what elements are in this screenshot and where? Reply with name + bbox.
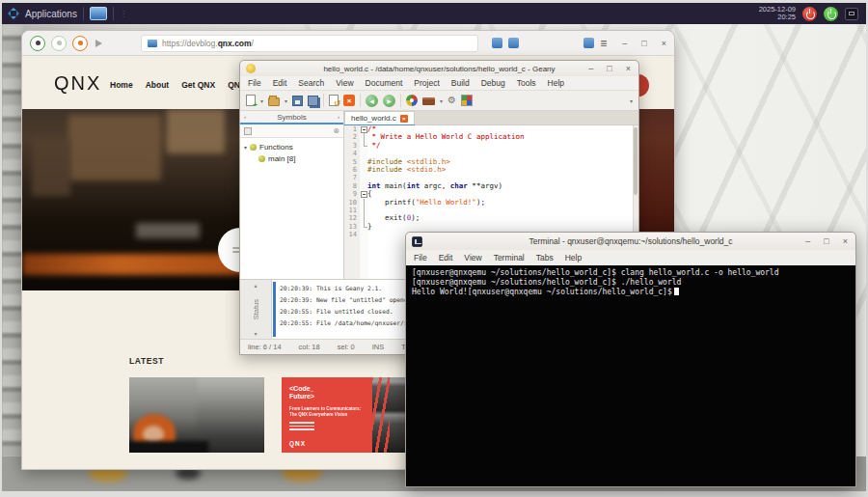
terminal-maximize-button[interactable]: □ (824, 236, 828, 246)
geany-menu-item[interactable]: Project (414, 78, 439, 88)
terminal-menu-item[interactable]: Help (565, 253, 582, 262)
save-icon[interactable] (292, 96, 303, 106)
panel-separator (83, 7, 84, 20)
geany-menu-item[interactable]: Search (298, 78, 324, 88)
address-bar[interactable]: https://devblog.qnx.com/ (141, 35, 478, 52)
geany-menu-item[interactable]: Tools (517, 78, 536, 88)
tab-hello-world-c[interactable]: hello_world.c × (344, 111, 415, 124)
close-file-icon[interactable]: × (343, 95, 355, 106)
revert-icon[interactable] (329, 95, 339, 106)
bookmark-icon[interactable] (492, 38, 502, 48)
new-file-icon[interactable] (246, 95, 256, 106)
nav-link[interactable]: About (146, 80, 170, 90)
geany-toolbar: ▾ ▾ × ◀ ▶ ▾ ⚙ ▾ (240, 90, 638, 111)
browser-back-button[interactable] (30, 36, 45, 51)
tree-item-main[interactable]: main [8] (240, 152, 343, 164)
build-icon[interactable] (422, 97, 435, 105)
tab-close-icon[interactable]: × (400, 115, 408, 123)
execute-icon[interactable]: ⚙ (448, 96, 456, 105)
nav-link[interactable]: Get QNX (181, 80, 215, 90)
page-info-icon[interactable] (148, 40, 157, 47)
geany-close-button[interactable]: × (626, 64, 631, 73)
restart-button[interactable] (824, 7, 838, 21)
tree-expander-icon[interactable]: ▾ (244, 144, 247, 151)
status-tab[interactable]: Status (252, 299, 260, 319)
article-card-photo[interactable] (129, 377, 264, 453)
code-line: 10 printf("Hello World!"); (344, 199, 638, 207)
build-caret-icon[interactable]: ▾ (440, 97, 443, 104)
geany-menu-item[interactable]: Debug (481, 78, 505, 88)
color-chooser-icon[interactable] (461, 95, 473, 106)
statusbar-field: line: 6 / 14 (248, 343, 282, 351)
browser-forward-button[interactable] (51, 36, 67, 51)
lock-screen-button[interactable] (845, 8, 858, 20)
browser-home-icon[interactable] (95, 40, 102, 47)
toolbar-overflow-icon[interactable]: ▾ (630, 97, 633, 104)
browser-close-button[interactable]: × (662, 39, 666, 48)
url-text: https://devblog.qnx.com/ (162, 39, 254, 48)
panel-clock[interactable]: 2025-12-09 20:25 (759, 6, 796, 22)
terminal-menu-item[interactable]: Edit (439, 253, 453, 262)
geany-sidebar: ‹ Symbols › ⊗ ▾ Functions main [8] (240, 111, 344, 279)
downloads-icon[interactable] (583, 38, 594, 48)
open-file-caret-icon[interactable]: ▾ (285, 97, 287, 104)
statusbar-field: INS (372, 343, 385, 351)
navigate-back-icon[interactable]: ◀ (366, 95, 378, 107)
browser-reload-button[interactable] (72, 36, 88, 51)
nav-link[interactable]: Home (110, 80, 133, 90)
compile-icon[interactable] (406, 95, 418, 106)
geany-menu-item[interactable]: File (248, 78, 261, 88)
geany-menu-item[interactable]: Build (451, 78, 470, 88)
card-qnx-logo: QNX (289, 440, 306, 447)
statusbar-field: col: 18 (299, 343, 320, 351)
qnx-logo[interactable]: QNX (54, 71, 101, 95)
terminal-menu-item[interactable]: Terminal (494, 253, 525, 262)
terminal-title: Terminal - qnxuser@qnxqemu:~/solutions/h… (529, 236, 732, 246)
terminal-close-button[interactable]: × (843, 236, 848, 246)
browser-maximize-button[interactable]: □ (641, 39, 646, 48)
geany-menu-item[interactable]: Help (548, 78, 564, 88)
site-nav: HomeAboutGet QNXQNX Re (110, 80, 258, 90)
filter-icon (244, 127, 252, 135)
open-file-icon[interactable] (268, 97, 280, 106)
symbol-filter-input[interactable]: ⊗ (240, 124, 343, 138)
top-panel: Applications ⋮ 2025-12-09 20:25 (2, 3, 866, 24)
filter-clear-icon[interactable]: ⊗ (333, 126, 339, 135)
latest-cards: <Code_ Future> From Learners to Communic… (129, 377, 417, 453)
tree-item-functions[interactable]: ▾ Functions (240, 141, 343, 152)
tabs-scroll-up-icon[interactable]: ▴ (254, 282, 257, 289)
tabs-scroll-down-icon[interactable]: ▾ (254, 330, 257, 337)
symbols-tree: ▾ Functions main [8] (240, 138, 343, 279)
geany-titlebar[interactable]: hello_world.c - /data/home/qnxuser/solut… (240, 61, 638, 76)
code-line: 13} (344, 223, 638, 231)
sidebar-scroll-right-icon[interactable]: › (338, 114, 339, 120)
sidebar-scroll-left-icon[interactable]: ‹ (244, 114, 246, 120)
display-icon[interactable] (90, 7, 107, 20)
terminal-output[interactable]: [qnxuser@qnxqemu ~/solutions/hello_world… (406, 265, 855, 486)
panel-toggle-icon[interactable] (508, 38, 519, 48)
wallpaper-racks (2, 24, 23, 491)
browser-menu-icon[interactable]: ≡ (600, 37, 607, 50)
geany-minimize-button[interactable]: – (588, 64, 593, 73)
applications-menu[interactable]: Applications (25, 9, 77, 19)
navigate-forward-icon[interactable]: ▶ (383, 95, 395, 107)
terminal-menu-item[interactable]: Tabs (536, 253, 554, 262)
save-all-icon[interactable] (308, 96, 318, 106)
geany-menu-item[interactable]: Document (366, 78, 403, 88)
terminal-titlebar[interactable]: Terminal - qnxuser@qnxqemu:~/solutions/h… (406, 233, 855, 250)
browser-minimize-button[interactable]: – (622, 39, 627, 48)
terminal-menu-item[interactable]: View (464, 253, 481, 262)
selection-bar (273, 282, 276, 337)
sidebar-tab-symbols[interactable]: Symbols (277, 113, 307, 122)
new-file-caret-icon[interactable]: ▾ (260, 97, 263, 104)
terminal-minimize-button[interactable]: – (805, 236, 810, 246)
shutdown-button[interactable] (802, 7, 817, 21)
article-card-code-future[interactable]: <Code_ Future> From Learners to Communic… (282, 377, 417, 453)
terminal-app-icon (412, 236, 422, 247)
geany-menu-item[interactable]: Edit (273, 78, 287, 88)
terminal-menu-item[interactable]: File (414, 253, 427, 262)
geany-menu-item[interactable]: View (336, 78, 353, 88)
code-line: 6#include <stdio.h> (344, 166, 638, 174)
geany-maximize-button[interactable]: □ (607, 64, 611, 73)
geany-app-icon (246, 64, 256, 73)
